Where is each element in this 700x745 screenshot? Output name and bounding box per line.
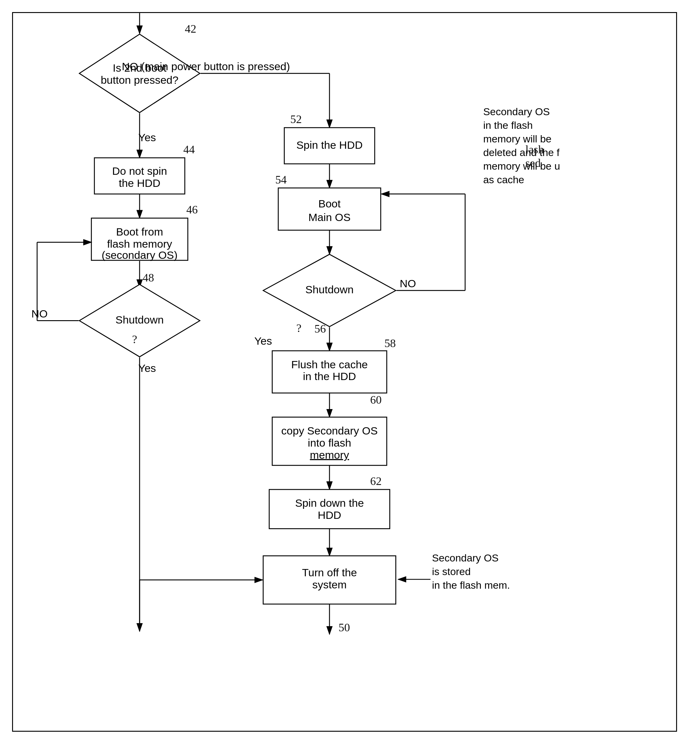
num-50: 50 [339, 621, 350, 634]
boot-flash-text3: (secondary OS) [101, 249, 178, 261]
yes-label-left: Yes [139, 362, 156, 374]
note-cache-2: in the flash [483, 120, 533, 131]
copy-secondary-text3: memory [310, 449, 349, 461]
yes-label-right: Yes [254, 335, 272, 347]
spin-down-text: Spin down the [295, 497, 364, 509]
no-label-main: NO (main power button is pressed) [122, 60, 290, 73]
turn-off-text2: system [312, 579, 347, 591]
question-right: ? [296, 322, 301, 334]
flush-cache-text: Flush the cache [291, 359, 367, 371]
flush-cache-text2: in the HDD [303, 370, 356, 383]
boot-flash-text: Boot from [116, 226, 163, 238]
yes-label-top: Yes [139, 132, 156, 144]
num-56: 56 [314, 322, 326, 335]
note-cache-1: Secondary OS [483, 106, 550, 117]
boot-flash-text2: flash memory [107, 238, 172, 250]
turn-off-text: Turn off the [302, 567, 357, 579]
num-62: 62 [370, 475, 382, 488]
copy-secondary-text: copy Secondary OS [281, 425, 378, 437]
decision-2nd-boot-text2: button pressed? [101, 74, 178, 86]
note-flash-handwritten: lash [525, 143, 544, 156]
num-58: 58 [384, 337, 396, 350]
num-44: 44 [183, 143, 195, 156]
boot-main-os-text2: Main OS [308, 211, 351, 223]
shutdown-right-text: Shutdown [305, 284, 354, 296]
num-48: 48 [143, 271, 154, 284]
boot-main-os-text: Boot [318, 198, 340, 210]
shutdown-left-text: Shutdown [115, 314, 164, 326]
num-42: 42 [185, 22, 196, 35]
num-60: 60 [370, 393, 382, 406]
num-52: 52 [290, 113, 301, 126]
spin-down-text2: HDD [318, 509, 341, 521]
copy-secondary-text2: into flash [308, 437, 351, 449]
no-label-left: NO [31, 308, 48, 320]
num-54: 54 [275, 173, 287, 186]
no-label-right: NO [400, 278, 416, 290]
question-left: ? [132, 333, 137, 346]
do-not-spin-text: Do not spin [112, 165, 167, 177]
do-not-spin-text2: the HDD [119, 177, 161, 189]
note-cache-5: memory will be u [483, 160, 560, 172]
diagram-container: Is 2nd boot button pressed? 42 NO (main … [12, 12, 677, 732]
note-used-handwritten: sed [525, 157, 541, 169]
note-stored-1: Secondary OS [432, 552, 499, 564]
note-stored-2: is stored [432, 566, 470, 577]
spin-hdd-text: Spin the HDD [296, 139, 363, 151]
note-stored-3: in the flash mem. [432, 579, 510, 591]
num-46: 46 [186, 203, 198, 216]
note-cache-4: deleted and the f [483, 147, 560, 158]
note-cache-6: as cache [483, 174, 524, 186]
